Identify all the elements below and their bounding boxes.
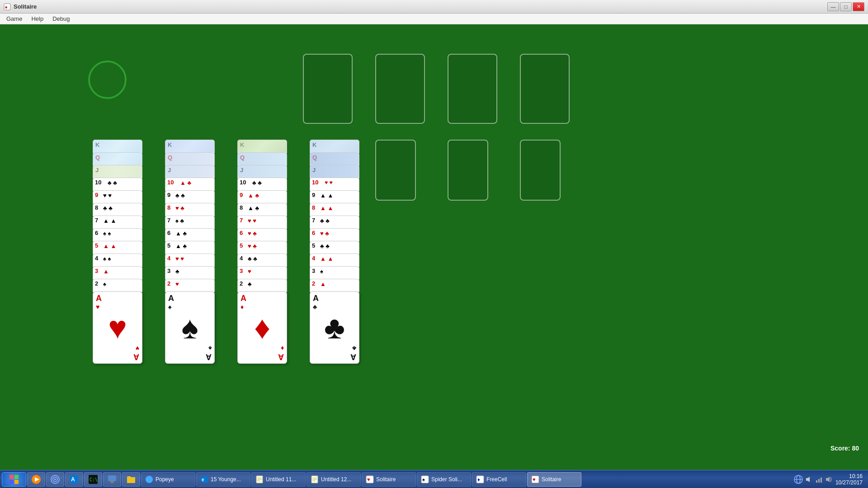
card-ace-hearts[interactable]: A ♥ ♥ A ♥ <box>93 291 142 364</box>
card-7-col1[interactable]: 7 ▲ ▲ <box>93 216 142 229</box>
language-icon <box>794 475 803 484</box>
card-3-col1[interactable]: 3 ▲ <box>93 266 142 280</box>
svg-text:♠: ♠ <box>422 477 425 482</box>
card-6-col3[interactable]: 6 ♥ ♣ <box>237 228 287 242</box>
card-Q-col1-1[interactable]: Q <box>93 152 142 166</box>
card-5-col1[interactable]: 5 ▲ ▲ <box>93 241 142 254</box>
svg-text:♦: ♦ <box>477 477 480 482</box>
taskbar-media-player[interactable] <box>27 472 45 487</box>
card-4-col1[interactable]: 4 ♠ ♠ <box>93 253 142 267</box>
card-K-col3-0[interactable]: K <box>237 140 287 153</box>
taskbar-app-solitaire1[interactable]: ♥ Solitaire <box>362 472 416 487</box>
taskbar-app-ie[interactable]: e 15 Younge... <box>196 472 250 487</box>
start-button[interactable] <box>2 472 26 487</box>
window-controls: — □ ✕ <box>827 2 864 11</box>
taskbar-app-popeye[interactable]: Popeye <box>141 472 195 487</box>
card-8-col4[interactable]: 8 ▲ ▲ <box>310 203 359 216</box>
card-ace-diamonds[interactable]: A ♦ ♦ A ♦ <box>237 291 287 364</box>
card-4-col2[interactable]: 4 ♥ ♥ <box>165 253 215 267</box>
card-J-col1-2[interactable]: J <box>93 165 142 178</box>
taskbar-app-untitled1[interactable]: Untitled 11... <box>251 472 306 487</box>
card-9-col2[interactable]: 9 ♣ ♣ <box>165 190 215 204</box>
taskbar-app-untitled2-label: Untitled 12... <box>321 476 351 483</box>
taskbar-my-computer[interactable] <box>103 472 121 487</box>
card-9-col1[interactable]: 9 ♥ ♥ <box>93 190 142 204</box>
minimize-button[interactable]: — <box>827 2 839 11</box>
taskbar-app-spider[interactable]: ♠ Spider Soli... <box>417 472 471 487</box>
card-Q-col2-1[interactable]: Q <box>165 152 215 166</box>
card-5-col3[interactable]: 5 ♥ ♣ <box>237 241 287 254</box>
card-K-col2-0[interactable]: K <box>165 140 215 153</box>
foundation-slot-1[interactable] <box>303 54 353 124</box>
foundation-slot-5[interactable] <box>375 140 416 201</box>
taskbar-spider-label: Spider Soli... <box>431 476 462 483</box>
card-4-col4[interactable]: 4 ▲ ▲ <box>310 253 359 267</box>
card-J-col2-2[interactable]: J <box>165 165 215 178</box>
card-K-col4-0[interactable]: K <box>310 140 359 153</box>
card-2-col2[interactable]: 2 ♥ <box>165 279 215 292</box>
card-10-col2[interactable]: 10 ▲ ♣ <box>165 178 215 191</box>
card-ace-clubs[interactable]: A ♣ ♣ A ♣ <box>310 291 359 364</box>
system-clock[interactable]: 10:16 10/27/2017 <box>835 473 863 486</box>
card-2-col3[interactable]: 2 ♣ <box>237 279 287 292</box>
card-K-col1-0[interactable]: K <box>93 140 142 153</box>
taskbar-solitaire2-label: Solitaire <box>542 476 561 483</box>
taskbar-network[interactable] <box>46 472 64 487</box>
card-3-col3[interactable]: 3 ♥ <box>237 266 287 280</box>
menu-game[interactable]: Game <box>3 14 26 23</box>
card-J-col4-2[interactable]: J <box>310 165 359 178</box>
card-9-col4[interactable]: 9 ▲ ▲ <box>310 190 359 204</box>
taskbar-app-freecell[interactable]: ♦ FreeCell <box>472 472 526 487</box>
freecell-icon: ♦ <box>476 475 484 483</box>
store-icon: A <box>69 474 79 484</box>
foundation-slot-7[interactable] <box>520 140 561 201</box>
card-5-col2[interactable]: 5 ▲ ♣ <box>165 241 215 254</box>
close-button[interactable]: ✕ <box>853 2 864 11</box>
taskbar-app-store[interactable]: A <box>65 472 83 487</box>
card-7-col4[interactable]: 7 ♣ ♣ <box>310 216 359 229</box>
card-2-col1[interactable]: 2 ♠ <box>93 279 142 292</box>
network-icon <box>50 474 60 484</box>
taskbar-folder[interactable] <box>122 472 140 487</box>
card-3-col4[interactable]: 3 ♠ <box>310 266 359 280</box>
solitaire-icon: ♠ <box>4 3 11 10</box>
card-3-col2[interactable]: 3 ♣ <box>165 266 215 280</box>
taskbar-app-solitaire2[interactable]: ♥ Solitaire <box>527 472 581 487</box>
foundation-slot-2[interactable] <box>375 54 425 124</box>
card-10-col4[interactable]: 10 ♥ ♥ <box>310 178 359 191</box>
card-6-col4[interactable]: 6 ♥ ♣ <box>310 228 359 242</box>
card-5-col4[interactable]: 5 ♣ ♣ <box>310 241 359 254</box>
card-7-col3[interactable]: 7 ♥ ♥ <box>237 216 287 229</box>
card-9-col3[interactable]: 9 ▲ ♣ <box>237 190 287 204</box>
clock-time: 10:16 <box>849 473 863 479</box>
solitaire-taskbar-icon-1: ♥ <box>366 475 374 483</box>
card-10-col3[interactable]: 10 ♣ ♣ <box>237 178 287 191</box>
card-6-col2[interactable]: 6 ▲ ♣ <box>165 228 215 242</box>
card-8-col2[interactable]: 8 ♥ ♣ <box>165 203 215 216</box>
svg-rect-4 <box>9 480 14 484</box>
card-6-col1[interactable]: 6 ♠ ♠ <box>93 228 142 242</box>
system-tray: 10:16 10/27/2017 <box>790 473 866 486</box>
menu-debug[interactable]: Debug <box>49 14 73 23</box>
svg-point-18 <box>146 476 153 483</box>
taskbar-terminal[interactable]: C:\> <box>84 472 102 487</box>
card-8-col3[interactable]: 8 ▲ ♣ <box>237 203 287 216</box>
foundation-slot-6[interactable] <box>448 140 488 201</box>
foundation-slot-3[interactable] <box>448 54 497 124</box>
card-ace-spades[interactable]: A ♠ ♠ A ♠ <box>165 291 215 364</box>
card-Q-col3-1[interactable]: Q <box>237 152 287 166</box>
card-2-col4[interactable]: 2 ▲ <box>310 279 359 292</box>
card-7-col2[interactable]: 7 ♠ ♣ <box>165 216 215 229</box>
menu-help[interactable]: Help <box>28 14 47 23</box>
svg-rect-42 <box>818 479 820 483</box>
maximize-button[interactable]: □ <box>840 2 852 11</box>
foundation-slot-4[interactable] <box>520 54 570 124</box>
taskbar-app-untitled2[interactable]: Untitled 12... <box>307 472 361 487</box>
card-10-col1[interactable]: 10 ♣ ♣ <box>93 178 142 191</box>
card-4-col3[interactable]: 4 ♣ ♣ <box>237 253 287 267</box>
card-8-col1[interactable]: 8 ♣ ♣ <box>93 203 142 216</box>
card-J-col3-2[interactable]: J <box>237 165 287 178</box>
deck-pile[interactable] <box>88 61 127 99</box>
card-Q-col4-1[interactable]: Q <box>310 152 359 166</box>
ie-icon: e <box>200 475 208 483</box>
